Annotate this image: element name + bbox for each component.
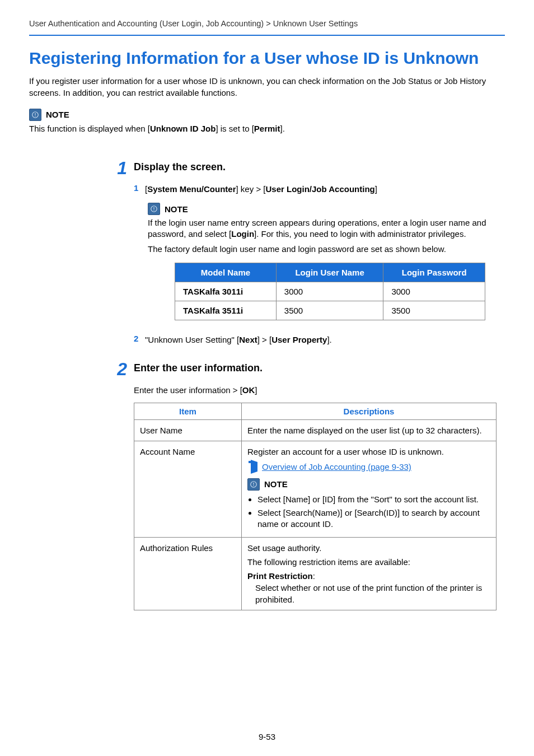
note-label: NOTE	[46, 110, 69, 119]
table-row: Account Name Register an account for a u…	[134, 441, 496, 537]
th-user: Login User Name	[276, 263, 383, 282]
svg-point-8	[253, 485, 254, 486]
sub-number: 1	[134, 183, 145, 193]
th-item: Item	[134, 403, 242, 419]
page-title: Registering Information for a User whose…	[29, 48, 505, 68]
bullet: Select [Name] or [ID] from the "Sort" to…	[257, 494, 490, 505]
svg-point-5	[153, 210, 154, 211]
step-2: 2 Enter the user information. Enter the …	[105, 360, 505, 610]
note-icon	[29, 109, 41, 121]
step-1: 1 Display the screen. 1 [System Menu/Cou…	[105, 159, 505, 353]
note-body: This function is displayed when [Unknown…	[29, 123, 505, 134]
header-rule	[29, 35, 505, 36]
info-table: Item Descriptions User Name Enter the na…	[134, 403, 496, 610]
restriction-label: Print Restriction	[247, 571, 313, 581]
step-number: 2	[105, 360, 134, 378]
breadcrumb: User Authentication and Accounting (User…	[29, 19, 505, 35]
sub-number: 2	[134, 334, 145, 343]
arrow-icon	[251, 460, 257, 474]
step-1-sub-1: 1 [System Menu/Counter] key > [User Logi…	[134, 183, 505, 195]
step-1-note-body-2: The factory default login user name and …	[148, 244, 505, 255]
step-2-lead: Enter the user information > [OK]	[134, 384, 505, 396]
step-1-title: Display the screen.	[134, 159, 505, 173]
th-pass: Login Password	[383, 263, 485, 282]
bullet: Select [Search(Name)] or [Search(ID)] to…	[257, 507, 490, 530]
th-model: Model Name	[175, 263, 277, 282]
step-1-note-body: If the login user name entry screen appe…	[148, 217, 505, 240]
note-label: NOTE	[165, 204, 188, 214]
xref-link[interactable]: Overview of Job Accounting (page 9-33)	[262, 461, 411, 473]
note-label: NOTE	[264, 478, 288, 490]
table-row: TASKalfa 3011i 3000 3000	[175, 282, 485, 301]
th-desc: Descriptions	[242, 403, 496, 419]
table-row: Authorization Rules Set usage authority.…	[134, 537, 496, 610]
top-note: NOTE This function is displayed when [Un…	[29, 109, 505, 134]
desc-line: Register an account for a user whose ID …	[247, 446, 490, 458]
note-icon	[247, 478, 260, 491]
intro-text: If you register user information for a u…	[29, 76, 505, 99]
svg-point-2	[35, 115, 36, 116]
note-icon	[148, 203, 160, 215]
desc-line: The following restriction items are avai…	[247, 556, 490, 568]
step-1-sub-2: 2 "Unknown User Setting" [Next] > [User …	[134, 334, 505, 346]
step-number: 1	[105, 159, 134, 177]
desc-line: Set usage authority.	[247, 542, 490, 554]
table-row: TASKalfa 3511i 3500 3500	[175, 301, 485, 320]
restriction-desc: Select whether or not use of the print f…	[247, 582, 490, 605]
table-row: User Name Enter the name displayed on th…	[134, 419, 496, 441]
page-number: 9-53	[0, 732, 534, 741]
login-table: Model Name Login User Name Login Passwor…	[175, 263, 485, 320]
step-2-title: Enter the user information.	[134, 360, 505, 374]
